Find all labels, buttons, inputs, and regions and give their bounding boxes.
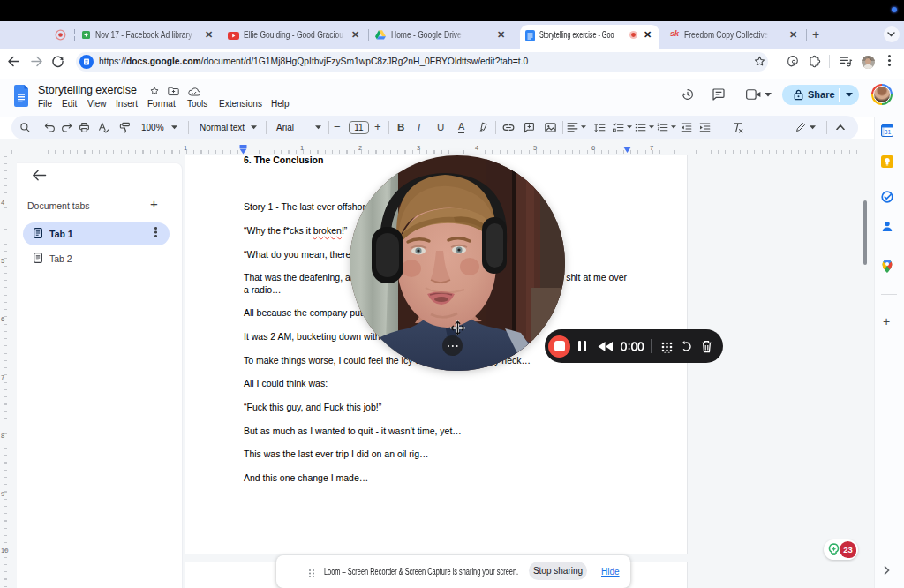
svg-text:31: 31	[885, 129, 892, 135]
